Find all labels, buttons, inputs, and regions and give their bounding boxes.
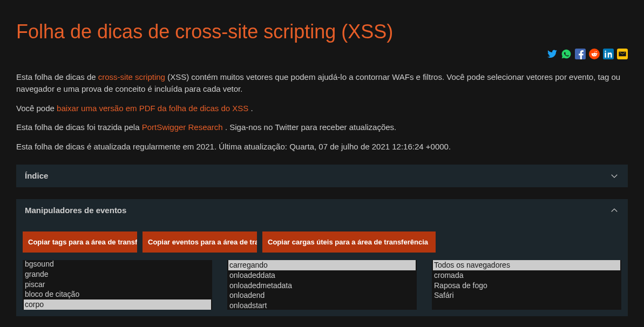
list-item[interactable]: cromada	[433, 270, 620, 281]
email-icon[interactable]	[617, 49, 628, 59]
list-item[interactable]: Safári	[433, 290, 620, 301]
link-xss[interactable]: cross-site scripting	[98, 72, 165, 81]
copy-payloads-button[interactable]: Copiar cargas úteis para a área de trans…	[262, 231, 436, 253]
reddit-icon[interactable]	[589, 49, 600, 59]
list-item[interactable]: Raposa de fogo	[433, 281, 620, 291]
event-handlers-header[interactable]: Manipuladores de eventos	[16, 199, 628, 222]
list-item[interactable]: grande	[24, 269, 211, 280]
list-item[interactable]: Todos os navegadores	[433, 260, 620, 270]
list-item[interactable]: onloadend	[228, 290, 416, 301]
selector-lists-row: bgsoundgrandepiscarbloco de citaçãocorpo…	[16, 260, 628, 310]
text: Esta folha de dicas foi trazida pela	[16, 122, 142, 132]
share-row	[16, 49, 628, 66]
intro-paragraph-4: Esta folha de dicas é atualizada regular…	[16, 141, 628, 153]
event-handlers-title: Manipuladores de eventos	[25, 206, 126, 215]
list-item[interactable]: carregando	[228, 260, 416, 270]
list-item[interactable]: corpo	[24, 299, 211, 309]
index-panel[interactable]: Índice	[16, 165, 628, 187]
facebook-icon[interactable]	[575, 49, 586, 59]
copy-events-button[interactable]: Copiar eventos para a área de transferên…	[143, 231, 257, 253]
event-handlers-section: Manipuladores de eventos Copiar tags par…	[16, 199, 628, 316]
chevron-up-icon	[609, 206, 619, 215]
list-item[interactable]: onloadeddata	[228, 270, 416, 281]
link-portswigger[interactable]: PortSwigger Research	[142, 122, 223, 132]
tags-listbox[interactable]: bgsoundgrandepiscarbloco de citaçãocorpo	[23, 260, 212, 310]
text: Esta folha de dicas de	[16, 72, 98, 81]
list-item[interactable]: piscar	[24, 280, 211, 290]
list-item[interactable]: bgsound	[24, 260, 211, 269]
intro-paragraph-2: Você pode baixar uma versão em PDF da fo…	[16, 103, 628, 114]
linkedin-icon[interactable]	[603, 49, 614, 59]
chevron-down-icon	[609, 171, 619, 181]
list-item[interactable]: bloco de citação	[24, 289, 211, 299]
text: Você pode	[16, 104, 57, 113]
browsers-listbox[interactable]: Todos os navegadorescromadaRaposa de fog…	[432, 260, 621, 310]
list-item[interactable]: onloadstart	[228, 301, 416, 309]
index-title: Índice	[25, 171, 48, 180]
list-item[interactable]: onloadedmetadata	[228, 281, 416, 291]
twitter-icon[interactable]	[547, 49, 558, 59]
text: .	[248, 104, 253, 113]
whatsapp-icon[interactable]	[561, 49, 572, 59]
copy-tags-button[interactable]: Copiar tags para a área de transferência	[23, 231, 137, 253]
link-pdf[interactable]: baixar uma versão em PDF da folha de dic…	[57, 104, 248, 113]
page-title: Folha de dicas de cross-site scripting (…	[16, 0, 628, 49]
intro-paragraph-3: Esta folha de dicas foi trazida pela Por…	[16, 121, 628, 133]
text: . Siga-nos no Twitter para receber atual…	[223, 122, 397, 132]
events-listbox[interactable]: carregandoonloadeddataonloadedmetadataon…	[227, 260, 417, 310]
copy-buttons-row: Copiar tags para a área de transferência…	[16, 222, 628, 260]
intro-paragraph-1: Esta folha de dicas de cross-site script…	[16, 71, 628, 95]
